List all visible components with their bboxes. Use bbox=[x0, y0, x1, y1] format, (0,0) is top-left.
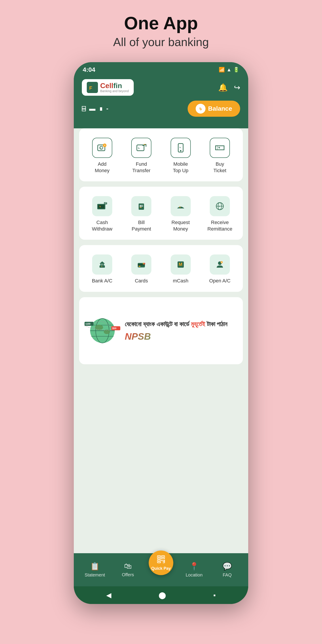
recents-button[interactable]: ▪ bbox=[213, 592, 216, 599]
open-ac-label: Open A/C bbox=[209, 278, 230, 284]
service-card-row3: ৳ Bank A/C bbox=[79, 245, 243, 292]
add-money-label: AddMoney bbox=[95, 161, 110, 174]
fund-transfer-label: FundTransfer bbox=[132, 161, 150, 174]
svg-text:৳100: ৳100 bbox=[85, 322, 90, 325]
nav-faq[interactable]: 💬 FAQ bbox=[211, 562, 244, 578]
offers-label: Offers bbox=[122, 572, 134, 577]
hero-title: One App bbox=[124, 14, 198, 33]
nav-quick-pay[interactable]: Quick Pay bbox=[144, 557, 178, 582]
status-icons: 📶 ▲ 🔋 bbox=[219, 67, 239, 73]
svg-rect-37 bbox=[103, 264, 104, 266]
nav-location[interactable]: 📍 Location bbox=[178, 562, 211, 578]
nav-statement[interactable]: 📋 Statement bbox=[78, 562, 111, 578]
status-bar: 4:04 📶 ▲ 🔋 bbox=[74, 62, 248, 76]
svg-text:$50: $50 bbox=[112, 327, 116, 330]
svg-text:$: $ bbox=[140, 205, 141, 208]
logo-icon: F bbox=[87, 82, 98, 93]
service-cash-withdraw[interactable]: ৳ ATM CashWithdraw bbox=[84, 194, 121, 234]
status-time: 4:04 bbox=[83, 66, 95, 73]
logout-icon[interactable]: ↪ bbox=[234, 83, 240, 92]
banner-text: যেকোনো ব্যাংক একাউন্টে বা কার্ডে মুহূর্ত… bbox=[125, 320, 238, 342]
banner-inner: ৳100 $50 যেকোনো ব্যাংক একাউন্টে বা কার্ড… bbox=[84, 313, 238, 348]
service-fund-transfer[interactable]: ৳ FundTransfer bbox=[123, 136, 160, 176]
svg-text:৳: ৳ bbox=[138, 146, 140, 150]
service-mcash[interactable]: M mCash bbox=[162, 252, 199, 286]
location-label: Location bbox=[186, 572, 202, 578]
svg-rect-69 bbox=[158, 560, 160, 562]
mobile-topup-label: MobileTop Up bbox=[173, 161, 188, 174]
mcash-icon: M bbox=[170, 254, 191, 274]
account-number: ⌸ ▬ ▮ - bbox=[82, 105, 109, 112]
svg-text:M: M bbox=[179, 262, 182, 267]
service-receive-remittance[interactable]: ৳ ReceiveRemittance bbox=[202, 194, 238, 234]
svg-rect-67 bbox=[162, 556, 164, 558]
mcash-label: mCash bbox=[173, 278, 188, 284]
header-actions: 🔔 ↪ bbox=[218, 83, 240, 92]
svg-rect-43 bbox=[139, 266, 140, 267]
balance-button[interactable]: ৳ Balance bbox=[188, 100, 240, 117]
home-button[interactable]: ⬤ bbox=[158, 591, 166, 599]
logo-text: Cellfin Banking and beyond bbox=[100, 82, 129, 93]
cash-withdraw-label: CashWithdraw bbox=[92, 219, 112, 232]
open-ac-icon: + bbox=[210, 254, 230, 274]
statement-icon: 📋 bbox=[90, 562, 100, 571]
bank-ac-icon: ৳ bbox=[92, 254, 112, 274]
service-grid-row2: ৳ ATM CashWithdraw bbox=[84, 194, 238, 234]
service-open-ac[interactable]: + Open A/C bbox=[202, 252, 238, 286]
location-icon: 📍 bbox=[190, 562, 199, 571]
service-grid-row3: ৳ Bank A/C bbox=[84, 252, 238, 286]
cards-icon bbox=[131, 254, 152, 274]
app-header: F Cellfin Banking and beyond 🔔 ↪ ⌸ ▬ ▮ -… bbox=[74, 76, 248, 123]
globe-illustration: ৳100 $50 bbox=[84, 313, 120, 348]
service-card-row1: ৳ + AddMoney ৳ bbox=[79, 128, 243, 181]
npsb-logo: NPSB bbox=[125, 331, 238, 342]
svg-text:৳: ৳ bbox=[100, 146, 102, 150]
back-button[interactable]: ◀ bbox=[106, 591, 111, 599]
svg-point-26 bbox=[176, 201, 186, 211]
taka-symbol: ৳ bbox=[196, 104, 206, 114]
service-cards[interactable]: Cards bbox=[123, 252, 160, 286]
service-bank-ac[interactable]: ৳ Bank A/C bbox=[84, 252, 121, 286]
fund-transfer-icon: ৳ bbox=[131, 138, 152, 158]
wifi-icon: 📶 bbox=[219, 67, 225, 73]
service-add-money[interactable]: ৳ + AddMoney bbox=[84, 136, 121, 176]
quick-pay-label: Quick Pay bbox=[151, 566, 170, 571]
svg-point-45 bbox=[144, 263, 145, 264]
mobile-topup-icon: ৳ bbox=[170, 138, 191, 158]
service-request-money[interactable]: ৳ RequestMoney bbox=[162, 194, 199, 234]
quick-pay-fab[interactable]: Quick Pay bbox=[149, 550, 173, 575]
svg-text:৳: ৳ bbox=[99, 204, 101, 208]
request-money-icon: ৳ bbox=[170, 196, 191, 216]
service-card-row2: ৳ ATM CashWithdraw bbox=[79, 187, 243, 240]
svg-text:+: + bbox=[104, 144, 106, 147]
balance-label: Balance bbox=[208, 105, 232, 112]
service-buy-ticket[interactable]: ক BuyTicket bbox=[202, 136, 238, 176]
svg-point-11 bbox=[180, 150, 181, 152]
request-money-label: RequestMoney bbox=[172, 219, 190, 232]
cards-label: Cards bbox=[135, 278, 148, 284]
svg-rect-34 bbox=[100, 266, 105, 268]
svg-rect-65 bbox=[158, 556, 160, 558]
bill-payment-label: BillPayment bbox=[132, 219, 151, 232]
account-row: ⌸ ▬ ▮ - ৳ Balance bbox=[82, 100, 240, 117]
offers-icon: 🛍 bbox=[124, 562, 132, 570]
battery-icon: 🔋 bbox=[233, 67, 239, 73]
service-bill-payment[interactable]: $ BillPayment bbox=[123, 194, 160, 234]
bottom-nav: 📋 Statement 🛍 Offers bbox=[74, 553, 248, 586]
banner-bengali-text: যেকোনো ব্যাংক একাউন্টে বা কার্ডে মুহূর্ত… bbox=[125, 320, 238, 329]
svg-rect-16 bbox=[98, 205, 104, 208]
svg-text:৳: ৳ bbox=[101, 265, 102, 268]
logo-name: Cellfin bbox=[100, 82, 129, 89]
receive-remittance-icon: ৳ bbox=[210, 196, 230, 216]
service-mobile-topup[interactable]: ৳ MobileTop Up bbox=[162, 136, 199, 176]
svg-text:+: + bbox=[221, 261, 222, 264]
qr-icon bbox=[156, 555, 166, 566]
bank-ac-label: Bank A/C bbox=[92, 278, 112, 284]
receive-remittance-label: ReceiveRemittance bbox=[208, 219, 232, 232]
nav-offers[interactable]: 🛍 Offers bbox=[111, 562, 144, 577]
banner-card[interactable]: ৳100 $50 যেকোনো ব্যাংক একাউন্টে বা কার্ড… bbox=[79, 297, 243, 364]
notification-icon[interactable]: 🔔 bbox=[218, 83, 228, 92]
buy-ticket-icon: ক bbox=[210, 138, 230, 158]
svg-text:৳: ৳ bbox=[179, 205, 181, 209]
svg-text:ক: ক bbox=[218, 146, 220, 149]
